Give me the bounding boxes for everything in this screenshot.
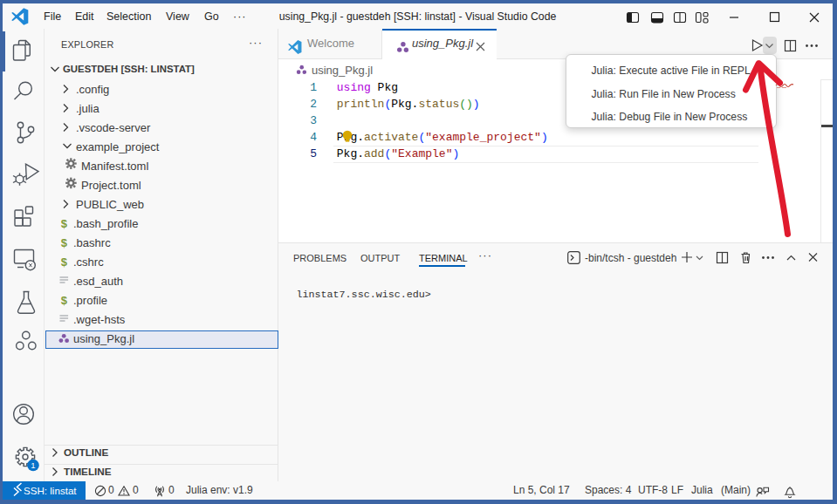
svg-text:$: $ <box>60 218 67 231</box>
svg-text:$: $ <box>60 237 67 250</box>
svg-text:1: 1 <box>31 460 35 470</box>
svg-text:$: $ <box>60 256 67 269</box>
svg-text:$: $ <box>60 295 67 308</box>
